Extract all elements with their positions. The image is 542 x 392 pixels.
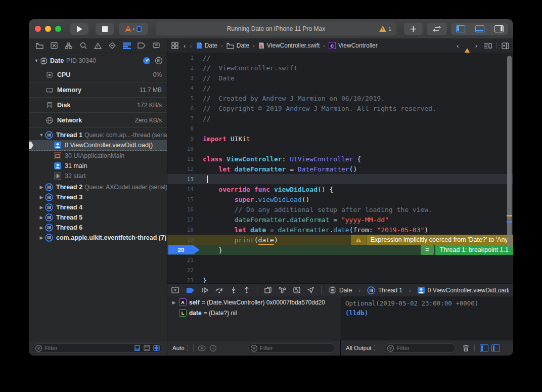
warning-annotation[interactable]: Expression implicitly coerced from 'Date… (351, 235, 513, 245)
code-line-8[interactable]: 8 (167, 123, 513, 134)
clear-console-trash-icon[interactable] (463, 344, 469, 352)
adjust-editor-options-icon[interactable] (484, 42, 492, 49)
crumb-process[interactable]: Date (339, 287, 352, 294)
editor-scrollbar[interactable] (507, 56, 512, 248)
variable-row-self[interactable]: ▶ A self = (Date.ViewController) 0x00007… (167, 297, 341, 307)
crumb-thread[interactable]: Thread 1 (378, 287, 402, 294)
thread-row[interactable]: ▶ Thread 3 (29, 192, 167, 202)
show-variables-view-toggle[interactable] (480, 344, 488, 352)
report-navigator-tab[interactable] (151, 40, 162, 51)
view-hierarchy-debugger-button[interactable] (264, 287, 272, 293)
forward-button[interactable]: › (190, 42, 192, 50)
code-line-5[interactable]: 5// Created by Andrew J Marmion on 06/10… (167, 93, 513, 103)
variable-row-date[interactable]: L date = (Date?) nil (167, 308, 341, 318)
code-line-14[interactable]: 14 override func viewDidLoad() { (167, 184, 513, 194)
environment-overrides-button[interactable] (293, 287, 300, 293)
console-output-popup[interactable]: All Output⌃⌄ (346, 345, 376, 351)
hide-debug-area-button[interactable] (171, 287, 179, 293)
quicklook-eye-icon[interactable] (198, 345, 206, 351)
step-into-button[interactable] (231, 287, 237, 293)
toggle-inspector-button[interactable] (489, 23, 508, 35)
disclosure-triangle[interactable]: ▶ (38, 205, 45, 210)
disclosure-triangle[interactable]: ▶ (171, 300, 176, 305)
simulate-location-button[interactable] (307, 287, 314, 293)
thread-row[interactable]: ▼ Thread 1 Queue: com.ap...-thread (seri… (29, 130, 167, 140)
disclosure-triangle[interactable]: ▶ (38, 215, 45, 220)
crumb-file[interactable]: ViewController.swift (258, 42, 320, 49)
back-button[interactable]: ‹ (184, 42, 186, 50)
disclosure-triangle[interactable]: ▶ (38, 185, 45, 190)
code-line-22[interactable]: 22 (167, 265, 513, 275)
breakpoint-marker[interactable]: 20 (168, 245, 200, 254)
assistant-editor-button[interactable] (427, 23, 447, 35)
code-line-4[interactable]: 4// (167, 83, 513, 93)
stop-button[interactable] (96, 23, 114, 35)
activity-viewer[interactable]: Running Date on iPhone 11 Pro Max 1 (155, 22, 397, 36)
gauge-row-memory[interactable]: Memory 11.7 MB (29, 82, 167, 97)
issue-count[interactable]: 1 (379, 26, 391, 32)
thread-row[interactable]: ▶ Thread 6 (29, 223, 167, 233)
code-line-7[interactable]: 7// (167, 113, 513, 123)
scheme-selector[interactable]: › (119, 23, 148, 35)
disclosure-triangle[interactable]: ▼ (33, 58, 40, 63)
disclosure-triangle[interactable]: ▶ (38, 195, 45, 200)
related-items-icon[interactable] (171, 42, 178, 49)
next-issue-button[interactable]: › (475, 42, 477, 50)
code-line-11[interactable]: 11class ViewController: UIViewController… (167, 154, 513, 164)
code-line-15[interactable]: 15 super.viewDidLoad() (167, 194, 513, 204)
code-line-20[interactable]: 20 } = Thread 1: breakpoint 1.1 (167, 245, 513, 255)
variables-view[interactable]: ▶ A self = (Date.ViewController) 0x00007… (167, 296, 341, 341)
debug-navigator-tab[interactable] (121, 40, 132, 51)
gauge-row-cpu[interactable]: CPU 0% (29, 67, 167, 82)
issue-navigator-tab[interactable] (93, 40, 104, 51)
crumb-symbol[interactable]: C ViewController (329, 42, 378, 49)
thread-row[interactable]: ▶ Thread 5 (29, 212, 167, 223)
code-line-1[interactable]: 1// (167, 53, 513, 63)
code-line-21[interactable]: 21 (167, 255, 513, 265)
show-console-view-toggle[interactable] (491, 344, 500, 352)
filter-flag-icon[interactable] (134, 345, 141, 351)
filter-stack-icon[interactable] (144, 345, 150, 351)
stack-frame-row[interactable]: 30 UIApplicationMain (29, 151, 167, 161)
thread-row[interactable]: ▶ Thread 2 Queue: AXCodeLoader (serial) (29, 182, 167, 192)
variables-scope-popup[interactable]: Auto⌃⌄ (172, 345, 189, 351)
issue-warning-icon[interactable] (464, 43, 470, 49)
info-icon[interactable] (210, 345, 216, 352)
profile-in-instruments-icon[interactable] (143, 57, 151, 65)
breakpoints-toggle-button[interactable] (186, 287, 195, 293)
step-over-button[interactable] (215, 287, 223, 293)
breakpoint-annotation[interactable]: = Thread 1: breakpoint 1.1 (421, 245, 513, 255)
process-row[interactable]: ▼ Date PID 30340 (29, 55, 167, 67)
crumb-group[interactable]: Date (227, 42, 249, 49)
zoom-window-button[interactable] (55, 26, 61, 32)
continue-button[interactable] (202, 287, 208, 293)
previous-issue-button[interactable]: ‹ (457, 42, 459, 50)
source-control-navigator-tab[interactable] (49, 40, 60, 51)
add-editor-button[interactable] (502, 42, 509, 49)
stack-frame-row[interactable]: 32 start (29, 171, 167, 181)
run-button[interactable] (70, 23, 88, 35)
code-line-2[interactable]: 2// ViewController.swift (167, 63, 513, 73)
console-view[interactable]: Optional(2019-05-02 23:00:00 +0000)(lldb… (341, 296, 513, 341)
thread-row[interactable]: ▶ Thread 4 (29, 202, 167, 212)
filter-crash-icon[interactable] (153, 345, 160, 351)
code-line-9[interactable]: 9import UIKit (167, 134, 513, 144)
stack-frame-row[interactable]: 0 ViewController.viewDidLoad() (29, 140, 167, 151)
find-navigator-tab[interactable] (78, 40, 89, 51)
memory-graph-debugger-button[interactable] (279, 287, 286, 293)
code-line-10[interactable]: 10 (167, 144, 513, 154)
toggle-debug-area-button[interactable] (470, 23, 489, 35)
code-line-12[interactable]: 12 let dateFormatter = DateFormatter() (167, 164, 513, 174)
console-filter-input[interactable] (385, 343, 456, 353)
gauge-row-disk[interactable]: Disk 172 KB/s (29, 97, 167, 112)
test-navigator-tab[interactable] (107, 40, 118, 51)
pause-threads-icon[interactable] (155, 57, 163, 65)
close-window-button[interactable] (35, 26, 41, 32)
library-button[interactable] (404, 23, 423, 35)
code-line-16[interactable]: 16 // Do any additional setup after load… (167, 204, 513, 214)
project-navigator-tab[interactable] (34, 40, 45, 51)
stack-frame-row[interactable]: 31 main (29, 161, 167, 171)
breakpoint-navigator-tab[interactable] (136, 40, 147, 51)
code-line-19[interactable]: 19 print(date) Expression implicitly coe… (167, 235, 513, 245)
source-editor[interactable]: 1//2// ViewController.swift3// Date4//5/… (167, 53, 513, 283)
